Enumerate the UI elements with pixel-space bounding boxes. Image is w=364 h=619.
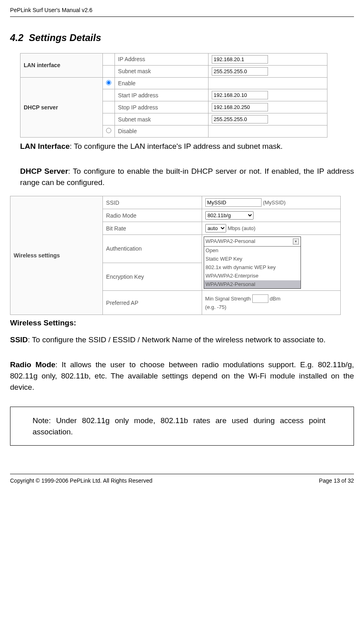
radio-mode-bold: Radio Mode	[10, 360, 55, 369]
page-number: Page 13 of 32	[319, 477, 354, 485]
doc-footer: Copyright © 1999-2006 PePLink Ltd. All R…	[10, 474, 354, 485]
dhcp-server-bold: DHCP Server	[20, 167, 68, 175]
dhcp-subnet-label: Subnet mask	[115, 113, 208, 125]
ssid-paren: (MySSID)	[263, 199, 285, 206]
ip-address-label: IP Address	[115, 53, 208, 66]
stop-ip-input[interactable]	[212, 103, 268, 111]
bitrate-unit: Mbps (auto)	[227, 225, 255, 231]
ssid-paragraph: SSID: To configure the SSID / ESSID / Ne…	[10, 334, 354, 345]
ssid-label: SSID	[103, 196, 202, 209]
ip-address-input[interactable]	[212, 55, 268, 64]
min-sig-unit: dBm	[270, 296, 280, 302]
dhcp-server-paragraph: DHCP Server: To configure to enable the …	[20, 166, 354, 188]
encryption-key-label: Encryption Key	[103, 263, 202, 291]
min-sig-eg: (e.g. -75)	[205, 304, 337, 311]
radio-mode-label: Radio Mode	[103, 209, 202, 222]
copyright: Copyright © 1999-2006 PePLink Ltd. All R…	[10, 477, 152, 485]
dhcp-subnet-input[interactable]	[212, 115, 268, 123]
start-ip-input[interactable]	[212, 91, 268, 99]
start-ip-label: Start IP address	[115, 89, 208, 101]
ssid-bold: SSID	[10, 335, 28, 344]
section-heading: 4.2 Settings Details	[10, 31, 354, 45]
auth-opt-open[interactable]: Open	[204, 247, 301, 255]
auth-opt-personal[interactable]: WPA/WPA2-Personal	[204, 280, 301, 289]
wireless-settings-heading: Wireless Settings:	[10, 317, 354, 329]
lan-dhcp-screenshot: LAN interface IP Address Subnet mask DHC…	[20, 53, 327, 138]
lan-interface-paragraph: LAN Interface: To configure the LAN inte…	[20, 141, 354, 152]
subnet-label: Subnet mask	[115, 66, 208, 78]
auth-opt-8021x[interactable]: 802.1x with dynamic WEP key	[204, 263, 301, 272]
dhcp-server-label: DHCP server	[20, 78, 103, 138]
wireless-settings-label: Wireless settings	[10, 196, 103, 315]
dhcp-disable-radio[interactable]	[106, 128, 111, 133]
wireless-settings-screenshot: Wireless settings SSID (MySSID) Radio Mo…	[10, 196, 341, 315]
section-number: 4.2	[10, 32, 23, 43]
stop-ip-label: Stop IP address	[115, 101, 208, 113]
min-sig-label: Min Signal Strength	[205, 296, 251, 302]
subnet-input[interactable]	[212, 67, 268, 76]
auth-opt-enterprise[interactable]: WPA/WPA2-Enterprise	[204, 272, 301, 280]
note-text: Note: Under 802.11g only mode, 802.11b r…	[33, 415, 325, 437]
auth-selected: WPA/WPA2-Personal	[206, 238, 256, 245]
radio-mode-select[interactable]: 802.11b/g	[205, 211, 254, 220]
auth-label: Authentication	[103, 235, 202, 263]
bitrate-select[interactable]: auto	[205, 224, 226, 232]
section-title: Settings Details	[29, 32, 101, 43]
chevron-down-icon[interactable]: ▾	[293, 239, 299, 245]
auth-dropdown[interactable]: WPA/WPA2-Personal ▾ Open Static WEP Key …	[204, 236, 301, 289]
radio-mode-paragraph: Radio Mode: It allows the user to choose…	[10, 359, 354, 393]
lan-interface-bold: LAN Interface	[20, 142, 70, 150]
preferred-ap-label: Preferred AP	[103, 291, 202, 315]
bitrate-label: Bit Rate	[103, 222, 202, 235]
disable-label: Disable	[115, 125, 208, 137]
note-box: Note: Under 802.11g only mode, 802.11b r…	[10, 407, 354, 446]
doc-header: PePLink Surf User's Manual v2.6	[10, 6, 354, 17]
enable-label: Enable	[115, 78, 208, 89]
min-sig-input[interactable]	[252, 294, 268, 303]
dhcp-enable-radio[interactable]	[106, 80, 111, 85]
lan-interface-label: LAN interface	[20, 53, 103, 78]
ssid-input[interactable]	[205, 198, 262, 207]
auth-opt-static-wep[interactable]: Static WEP Key	[204, 255, 301, 263]
doc-title: PePLink Surf User's Manual v2.6	[10, 7, 92, 13]
